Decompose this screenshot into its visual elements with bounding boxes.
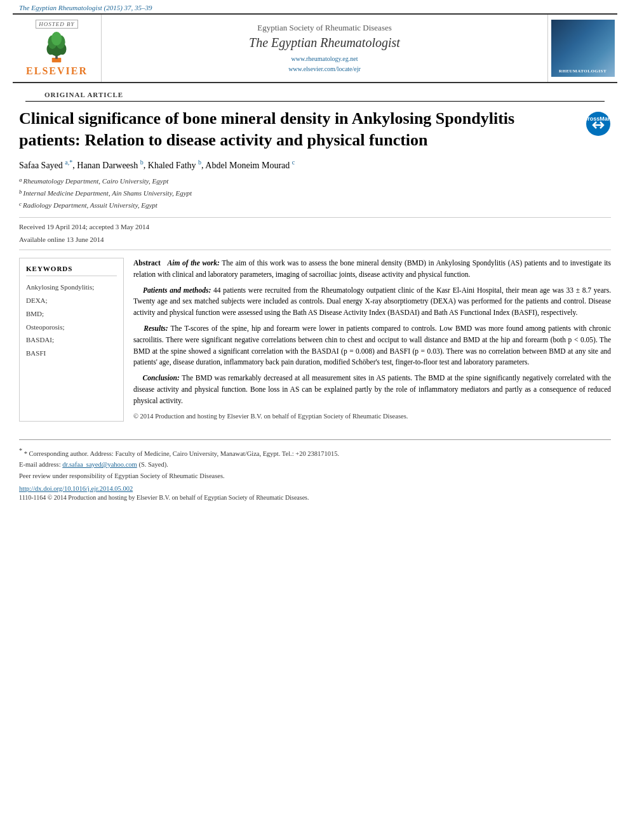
email-line: E-mail address: dr.safaa_sayed@yahoo.com… <box>19 459 611 470</box>
keyword-5: BASDAI; <box>26 333 117 347</box>
article-title-block: Clinical significance of bone mineral de… <box>19 108 611 151</box>
journal-urls: www.rheumatology.eg.net www.elsevier.com… <box>288 54 361 74</box>
keyword-6: BASFI <box>26 347 117 360</box>
keywords-title: KEYWORDS <box>26 265 117 276</box>
keyword-3: BMD; <box>26 307 117 321</box>
abstract-column: Abstract Aim of the work: The aim of thi… <box>133 258 611 422</box>
hosted-by-label: HOSTED BY <box>36 20 77 29</box>
abstract-aim: Abstract Aim of the work: The aim of thi… <box>133 258 611 281</box>
journal-header: HOSTED BY ELSEVIER Egyptian Society of R… <box>13 13 617 83</box>
footer-divider <box>19 439 611 440</box>
author-4: Abdel Moneim Mourad <box>205 160 292 170</box>
section-label: ORIGINAL ARTICLE <box>25 83 605 102</box>
available-online-date: Available online 13 June 2014 <box>19 234 611 246</box>
affiliation-2: b Internal Medicine Department, Ain Sham… <box>19 187 611 199</box>
bottom-bar: http://dx.doi.org/10.1016/j.ejr.2014.05.… <box>0 482 630 507</box>
received-date: Received 19 April 2014; accepted 3 May 2… <box>19 221 611 234</box>
journal-title-block: Egyptian Society of Rheumatic Diseases T… <box>102 15 547 82</box>
cover-image: RHEUMATOLOGIST <box>551 20 615 77</box>
society-name: Egyptian Society of Rheumatic Diseases <box>257 23 392 33</box>
footnotes-block: * * Corresponding author. Address: Facul… <box>0 445 630 482</box>
journal-cover: RHEUMATOLOGIST <box>547 15 617 82</box>
keyword-4: Osteoporosis; <box>26 321 117 334</box>
elsevier-branding: HOSTED BY ELSEVIER <box>13 15 102 82</box>
affiliations-block: a Rheumatology Department, Cairo Univers… <box>19 175 611 211</box>
dates-block: Received 19 April 2014; accepted 3 May 2… <box>19 217 611 250</box>
elsevier-wordmark: ELSEVIER <box>26 65 88 77</box>
peer-review-note: Peer review under responsibility of Egyp… <box>19 470 611 482</box>
doi-link[interactable]: http://dx.doi.org/10.1016/j.ejr.2014.05.… <box>19 485 611 492</box>
journal-citation: The Egyptian Rheumatologist (2015) 37, 3… <box>0 0 630 13</box>
author-2: Hanan Darweesh <box>77 160 140 170</box>
issn-line: 1110-1164 © 2014 Production and hosting … <box>19 494 611 501</box>
affiliation-3: c Radiology Department, Assuit Universit… <box>19 199 611 211</box>
abstract-block: Abstract Aim of the work: The aim of thi… <box>133 258 611 422</box>
elsevier-tree-icon <box>41 32 72 63</box>
svg-text:CrossMark: CrossMark <box>586 116 611 122</box>
corresponding-author: * * Corresponding author. Address: Facul… <box>19 445 611 459</box>
keyword-1: Ankylosing Spondylitis; <box>26 281 117 294</box>
svg-point-7 <box>51 32 62 46</box>
affiliation-1: a Rheumatology Department, Cairo Univers… <box>19 175 611 187</box>
author-3: Khaled Fathy <box>148 160 198 170</box>
elsevier-logo: ELSEVIER <box>26 32 88 77</box>
article-title: Clinical significance of bone mineral de… <box>19 108 579 151</box>
crossmark-icon[interactable]: CrossMark <box>586 111 611 137</box>
journal-title: The Egyptian Rheumatologist <box>249 36 400 50</box>
authors-line: Safaa Sayed a,*, Hanan Darweesh b, Khale… <box>19 159 611 171</box>
abstract-patients: Patients and methods: 44 patients were r… <box>133 285 611 319</box>
abstract-copyright: © 2014 Production and hosting by Elsevie… <box>133 411 611 422</box>
abstract-conclusion: Conclusion: The BMD was remarkably decre… <box>133 373 611 406</box>
email-link[interactable]: dr.safaa_sayed@yahoo.com <box>62 461 137 468</box>
keywords-column: KEYWORDS Ankylosing Spondylitis; DEXA; B… <box>19 258 124 422</box>
cover-text: RHEUMATOLOGIST <box>559 69 607 74</box>
abstract-results: Results: The T-scores of the spine, hip … <box>133 323 611 368</box>
author-1: Safaa Sayed <box>19 160 65 170</box>
body-columns: KEYWORDS Ankylosing Spondylitis; DEXA; B… <box>19 258 611 422</box>
keyword-2: DEXA; <box>26 294 117 307</box>
